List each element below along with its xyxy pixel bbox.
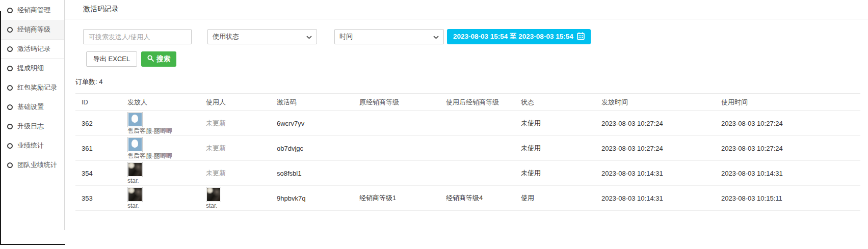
sidebar-item-label: 激活码记录	[17, 44, 50, 53]
row-id: 362	[75, 111, 121, 136]
activation-code: 6wcrv7yv	[271, 111, 353, 136]
sidebar-item-2[interactable]: 激活码记录	[0, 39, 64, 59]
column-header: 使用时间	[715, 94, 860, 111]
use-time: 2023-08-03 10:15:11	[715, 186, 860, 211]
circle-icon	[7, 46, 13, 52]
window-bottom-edge	[0, 244, 66, 245]
photo-avatar	[127, 187, 143, 202]
person-cell: 未更新	[200, 161, 271, 186]
search-button[interactable]: 搜索	[141, 51, 176, 67]
avatar-image	[128, 188, 142, 201]
activation-code: 9hpbvk7q	[271, 186, 353, 211]
status-select-value: 使用状态	[213, 32, 239, 41]
sidebar-item-label: 基础设置	[17, 102, 44, 112]
sidebar-item-3[interactable]: 提成明细	[0, 59, 64, 78]
status-select[interactable]: 使用状态	[207, 29, 317, 44]
search-icon	[147, 55, 154, 63]
table-row: 361售后客服-丽唧唧未更新ob7dvjgc未使用2023-08-03 10:2…	[75, 136, 860, 161]
date-range-text: 2023-08-03 15:54 至 2023-08-03 15:54	[453, 32, 573, 41]
table-row: 362售后客服-丽唧唧未更新6wcrv7yv未使用2023-08-03 10:2…	[75, 111, 860, 136]
default-avatar	[127, 137, 143, 152]
column-header: 状态	[515, 94, 595, 111]
table-header-row: ID发放人使用人激活码原经销商等级使用后经销商等级状态发放时间使用时间	[75, 94, 860, 111]
circle-icon	[7, 162, 13, 168]
column-header: 发放时间	[595, 94, 715, 111]
row-id: 361	[75, 136, 121, 161]
circle-icon	[7, 104, 13, 110]
sidebar-item-5[interactable]: 基础设置	[0, 97, 64, 117]
new-level	[440, 111, 515, 136]
sidebar-item-7[interactable]: 业绩统计	[0, 136, 64, 155]
search-button-label: 搜索	[156, 54, 170, 64]
new-level: 经销商等级4	[440, 186, 515, 211]
sidebar-item-label: 团队业绩统计	[17, 160, 57, 170]
sidebar-item-label: 红包奖励记录	[17, 83, 57, 92]
status: 未使用	[515, 161, 595, 186]
person-silhouette	[131, 115, 138, 123]
use-time: 2023-08-03 10:27:24	[715, 136, 860, 161]
photo-avatar	[127, 162, 143, 177]
circle-icon	[7, 85, 13, 91]
column-header: 发放人	[121, 94, 200, 111]
column-header: 原经销商等级	[353, 94, 440, 111]
chevron-down-icon	[306, 33, 312, 41]
row-id: 353	[75, 186, 121, 211]
new-level	[440, 136, 515, 161]
table-row: 353star.star.9hpbvk7q经销商等级1经销商等级4使用2023-…	[75, 186, 860, 211]
avatar-image	[128, 138, 142, 151]
use-time: 2023-08-03 10:14:31	[715, 161, 860, 186]
sidebar-item-label: 经销商管理	[17, 6, 50, 15]
window-left-edge	[0, 11, 1, 245]
person-name: 售后客服-丽唧唧	[127, 153, 194, 159]
person-cell: star.	[121, 186, 200, 211]
time-select-value: 时间	[339, 32, 353, 41]
activation-code-table: ID发放人使用人激活码原经销商等级使用后经销商等级状态发放时间使用时间 362售…	[75, 93, 860, 211]
sidebar-item-8[interactable]: 团队业绩统计	[0, 155, 64, 175]
sidebar: 经销商管理经销商等级激活码记录提成明细红包奖励记录基础设置升级日志业绩统计团队业…	[0, 0, 65, 230]
person-name: star.	[206, 203, 265, 209]
person-cell: star.	[200, 186, 271, 211]
export-excel-button[interactable]: 导出 EXCEL	[86, 51, 137, 67]
sidebar-item-1[interactable]: 经销商等级	[0, 20, 64, 39]
column-header: 使用后经销商等级	[440, 94, 515, 111]
calendar-icon	[577, 32, 585, 41]
person-cell: 未更新	[200, 111, 271, 136]
circle-icon	[7, 66, 13, 71]
person-cell: star.	[121, 161, 200, 186]
filter-bar: 使用状态 时间 2023-08-03 15:54 至 2023-08-03 15…	[83, 29, 868, 44]
status: 使用	[515, 186, 595, 211]
status: 未使用	[515, 136, 595, 161]
column-header: ID	[75, 94, 121, 111]
send-time: 2023-08-03 10:27:24	[595, 111, 715, 136]
send-time: 2023-08-03 10:14:31	[595, 161, 715, 186]
circle-icon	[7, 27, 13, 33]
sidebar-item-4[interactable]: 红包奖励记录	[0, 78, 64, 97]
chevron-down-icon	[433, 33, 439, 41]
person-cell: 售后客服-丽唧唧	[121, 111, 200, 136]
column-header: 激活码	[271, 94, 353, 111]
order-count-label: 订单数:	[75, 78, 97, 86]
time-select[interactable]: 时间	[334, 29, 444, 44]
sidebar-item-label: 经销商等级	[17, 25, 50, 34]
circle-icon	[7, 143, 13, 149]
search-input[interactable]	[83, 29, 192, 44]
person-cell: 售后客服-丽唧唧	[121, 136, 200, 161]
main-content: 激活码记录 使用状态 时间 2023-08-03 15:54 至 2023-08…	[65, 0, 868, 249]
sidebar-item-label: 升级日志	[17, 122, 44, 131]
sidebar-item-6[interactable]: 升级日志	[0, 117, 64, 136]
activation-code: so8fsbl1	[271, 161, 353, 186]
date-range-button[interactable]: 2023-08-03 15:54 至 2023-08-03 15:54	[447, 29, 591, 44]
avatar-image	[207, 188, 220, 201]
person-silhouette	[131, 140, 138, 148]
send-time: 2023-08-03 10:27:24	[595, 136, 715, 161]
avatar-image	[128, 163, 142, 176]
circle-icon	[7, 8, 13, 13]
column-header: 使用人	[200, 94, 271, 111]
avatar-image	[128, 113, 142, 126]
order-count: 订单数: 4	[75, 77, 868, 87]
person-name: 未更新	[206, 169, 226, 177]
person-name: 售后客服-丽唧唧	[127, 128, 194, 134]
sidebar-item-0[interactable]: 经销商管理	[0, 1, 64, 20]
person-name: 未更新	[206, 119, 226, 127]
sidebar-item-label: 业绩统计	[17, 141, 44, 150]
